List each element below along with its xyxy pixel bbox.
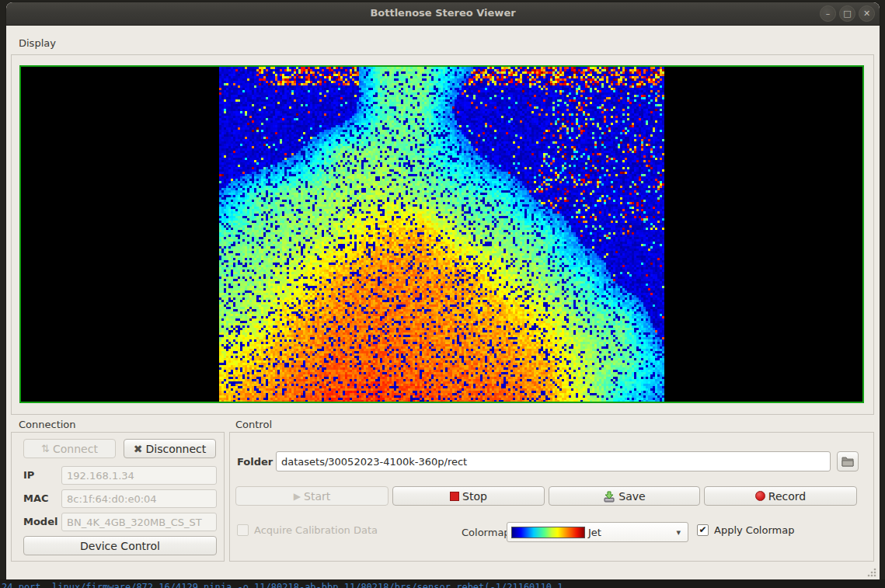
window-controls: – □ ✕ [820,5,875,22]
disconnect-icon: ✖ [134,443,143,455]
acquire-calibration-checkbox: Acquire Calibration Data [237,524,378,536]
start-button-label: Start [304,490,330,503]
connect-button-label: Connect [53,443,98,455]
ip-field [61,466,217,485]
app-window: Bottlenose Stereo Viewer – □ ✕ Display C… [6,2,880,579]
connect-button: ⇅ Connect [23,439,116,458]
browse-folder-button[interactable] [837,451,859,471]
control-group-label: Control [235,419,272,430]
disconnect-button-label: Disconnect [145,443,206,455]
maximize-icon: □ [843,9,851,19]
titlebar[interactable]: Bottlenose Stereo Viewer – □ ✕ [6,2,880,26]
model-label: Model [23,516,57,527]
acquire-calibration-checkbox-box [237,524,249,536]
device-control-button[interactable]: Device Control [23,536,217,555]
close-button[interactable]: ✕ [859,5,875,22]
model-field [61,513,217,531]
background-terminal-text: 24 port, linux/firmware/872 16/4129 ninj… [2,582,563,588]
background-window-strip: 24 port, linux/firmware/872 16/4129 ninj… [0,579,885,588]
save-button[interactable]: Save [549,486,700,506]
colormap-combobox[interactable]: Jet ▾ [507,522,688,542]
device-control-button-label: Device Control [80,540,160,552]
save-button-label: Save [618,490,645,503]
chevron-down-icon: ▾ [676,527,681,538]
ip-label: IP [23,469,34,481]
save-icon [603,490,615,503]
connect-icon: ⇅ [41,443,50,454]
record-button[interactable]: Record [704,486,857,506]
start-icon: ▶ [294,491,301,502]
resize-grip[interactable] [866,567,877,578]
folder-icon [841,456,854,467]
close-icon: ✕ [863,9,870,19]
disconnect-button[interactable]: ✖ Disconnect [124,439,216,458]
mac-label: MAC [23,492,49,504]
colormap-selected-value: Jet [588,527,676,538]
maximize-button[interactable]: □ [839,5,855,22]
apply-colormap-checkbox-label: Apply Colormap [714,524,794,536]
colormap-label: Colormap [462,527,510,538]
connection-group-label: Connection [19,419,76,430]
apply-colormap-checkbox-box: ✔ [697,524,709,536]
minimize-button[interactable]: – [820,5,836,22]
stop-icon [450,492,459,501]
window-title: Bottlenose Stereo Viewer [6,7,880,19]
folder-label: Folder [237,456,273,468]
start-button: ▶ Start [235,486,388,506]
record-icon [755,491,765,501]
depth-image [219,67,664,402]
jet-colormap-swatch [511,527,585,538]
acquire-calibration-checkbox-label: Acquire Calibration Data [254,524,378,536]
stop-button[interactable]: Stop [392,486,545,506]
minimize-icon: – [826,9,831,19]
stop-button-label: Stop [462,490,487,503]
image-frame [19,65,864,403]
folder-input[interactable] [276,451,831,471]
mac-field [61,489,217,508]
record-button-label: Record [768,490,806,503]
apply-colormap-checkbox[interactable]: ✔ Apply Colormap [697,524,794,536]
screen: 24 port, linux/firmware/872 16/4129 ninj… [0,0,885,588]
display-group-label: Display [19,37,56,49]
